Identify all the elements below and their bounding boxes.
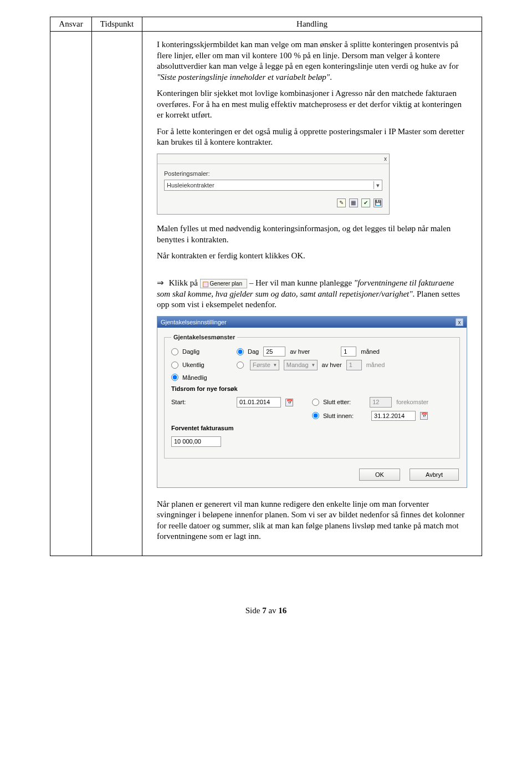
label-manedlig: Månedlig xyxy=(182,374,207,381)
paragraph-1: I konteringsskjermbildet kan man velge o… xyxy=(157,39,467,83)
generer-plan-icon xyxy=(203,282,208,287)
radio-ukentlig[interactable] xyxy=(171,362,178,369)
ok-button[interactable]: OK xyxy=(359,469,400,481)
toolbar-icon-3[interactable]: ✔ xyxy=(361,198,370,207)
label-daglig: Daglig xyxy=(182,348,200,355)
cell-handling: I konteringsskjermbildet kan man velge o… xyxy=(142,32,482,556)
gjentakelsesmonster-fieldset: Gjentakelsesmønster Daglig Dag 25 xyxy=(164,333,460,459)
input-dag-value[interactable]: 25 xyxy=(263,347,285,357)
paragraph-2: Konteringen blir sjekket mot lovlige kom… xyxy=(157,88,467,121)
header-tidspunkt: Tidspunkt xyxy=(92,17,142,32)
posteringsmaler-panel: x Posteringsmaler: Husleiekontrakter ▾ ✎… xyxy=(157,154,390,215)
toolbar-icon-2[interactable]: ▦ xyxy=(349,198,358,207)
panel-close-icon[interactable]: x xyxy=(157,154,389,164)
label-avhver: av hver xyxy=(290,348,310,355)
label-slutt-innen: Slutt innen: xyxy=(323,412,354,420)
label-maned2: måned xyxy=(366,361,385,369)
input-fakturasum[interactable]: 10 000,00 xyxy=(171,436,221,446)
radio-manedlig[interactable] xyxy=(171,374,178,381)
dialog-titlebar: Gjentakelsesinnstillinger x xyxy=(157,317,467,328)
radio-slutt-etter[interactable] xyxy=(312,399,319,406)
cell-ansvar xyxy=(50,32,92,556)
radio-slutt-innen[interactable] xyxy=(312,412,319,419)
radio-daglig[interactable] xyxy=(171,348,178,355)
main-table: Ansvar Tidspunkt Handling I konteringssk… xyxy=(50,17,482,556)
input-slutt-etter-value: 12 xyxy=(370,397,392,407)
input-start-date[interactable]: 01.01.2014 xyxy=(237,397,281,407)
gjentakelse-dialog: Gjentakelsesinnstillinger x Gjentakelses… xyxy=(157,316,467,488)
calendar-icon[interactable]: 📅 xyxy=(285,399,293,406)
generer-plan-button[interactable]: Generer plan xyxy=(200,279,247,288)
posteringsmaler-select[interactable]: Husleiekontrakter ▾ xyxy=(164,180,382,191)
gjentakelsesmonster-legend: Gjentakelsesmønster xyxy=(171,333,237,341)
select-mandag[interactable]: Mandag▾ xyxy=(284,360,318,370)
paragraph-3: For å lette konteringen er det også muli… xyxy=(157,126,467,148)
dialog-title: Gjentakelsesinnstillinger xyxy=(161,318,227,326)
chevron-down-icon: ▾ xyxy=(274,362,277,369)
paragraph-7: Når planen er generert vil man kunne red… xyxy=(157,499,467,542)
label-ukentlig: Ukentlig xyxy=(182,361,204,369)
chevron-down-icon: ▾ xyxy=(312,362,315,369)
header-ansvar: Ansvar xyxy=(50,17,92,32)
cell-tidspunkt xyxy=(92,32,142,556)
page-footer: Side 7 av 16 xyxy=(50,606,482,615)
label-avhver2: av hver xyxy=(322,361,342,369)
calendar-icon[interactable]: 📅 xyxy=(420,412,428,420)
chevron-down-icon: ▾ xyxy=(374,181,380,189)
paragraph-6: ⇒ Klikk på Generer plan – Her vil man ku… xyxy=(157,278,467,310)
input-slutt-innen-date[interactable]: 31.12.2014 xyxy=(371,411,416,421)
arrow-bullet-icon: ⇒ xyxy=(157,278,167,289)
forventet-heading: Forventet fakturasum xyxy=(171,424,453,432)
radio-alt[interactable] xyxy=(237,362,244,369)
dialog-close-icon[interactable]: x xyxy=(456,318,463,326)
label-slutt-etter: Slutt etter: xyxy=(323,398,351,406)
input-avhver-value[interactable]: 1 xyxy=(341,347,356,357)
toolbar-icon-4[interactable]: 💾 xyxy=(374,198,382,207)
posteringsmaler-label: Posteringsmaler: xyxy=(164,170,382,177)
label-maned: måned xyxy=(361,348,380,355)
toolbar-icon-1[interactable]: ✎ xyxy=(337,198,346,207)
select-forste[interactable]: Første▾ xyxy=(250,360,279,370)
avbryt-button[interactable]: Avbryt xyxy=(410,469,459,481)
paragraph-5: Når kontrakten er ferdig kontert klikkes… xyxy=(157,251,467,262)
posteringsmaler-value: Husleiekontrakter xyxy=(167,181,214,189)
label-forekomster: forekomster xyxy=(396,398,428,406)
tidsrom-heading: Tidsrom for nye forsøk xyxy=(171,385,453,393)
radio-dag[interactable] xyxy=(237,348,244,355)
input-avhver2-value: 1 xyxy=(346,360,362,370)
label-start: Start: xyxy=(171,398,186,406)
label-dag: Dag xyxy=(248,348,259,355)
header-handling: Handling xyxy=(142,17,482,32)
paragraph-4: Malen fylles ut med nødvendig konterings… xyxy=(157,223,467,245)
